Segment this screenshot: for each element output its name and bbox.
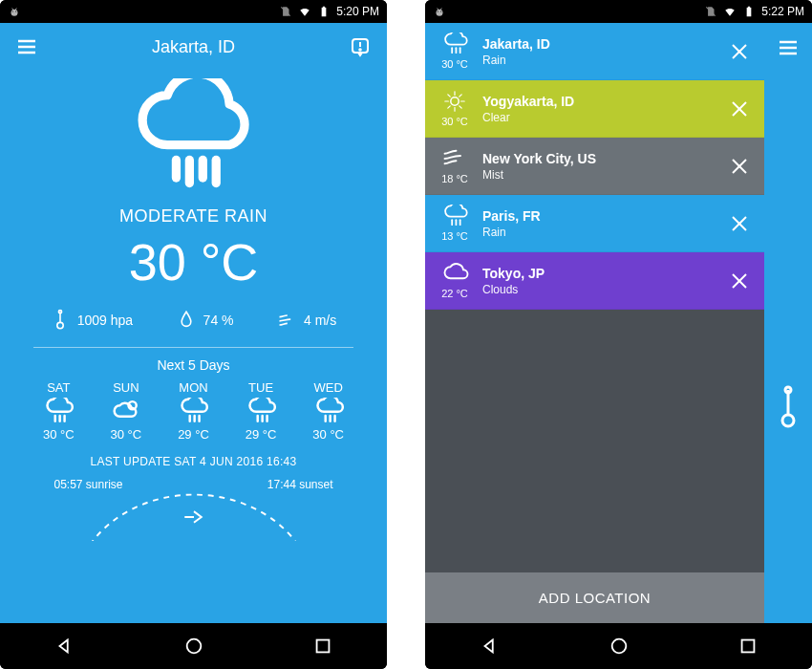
location-text: Yogyakarta, IDClear — [482, 94, 728, 124]
remove-location-icon[interactable] — [728, 97, 751, 120]
location-name: Paris, FR — [482, 208, 728, 224]
recents-icon[interactable] — [737, 636, 759, 657]
remove-location-icon[interactable] — [728, 155, 751, 178]
statusbar: 5:20 PM — [0, 0, 387, 23]
alert-icon[interactable] — [349, 35, 372, 58]
main-content: MODERATE RAIN 30 °C 1009 hpa 74 % 4 m/s — [0, 71, 387, 623]
location-icon-col: 30 °C — [438, 32, 471, 70]
location-text: Paris, FRRain — [482, 208, 728, 239]
forecast-weather-icon — [312, 398, 345, 424]
forecast-day: MON29 °C — [177, 380, 209, 442]
back-icon[interactable] — [480, 636, 501, 657]
svg-rect-43 — [747, 8, 752, 16]
android-navbar — [0, 623, 387, 669]
humidity-value: 74 % — [203, 313, 234, 328]
forecast-weather-icon — [177, 398, 209, 424]
svg-point-75 — [611, 639, 626, 654]
statusbar-time: 5:20 PM — [336, 5, 379, 18]
pressure-stat: 1009 hpa — [51, 309, 133, 332]
svg-line-41 — [440, 9, 441, 11]
forecast-day-label: TUE — [248, 380, 273, 395]
home-icon[interactable] — [183, 636, 204, 657]
sunrise-text: 05:57 sunrise — [54, 478, 123, 491]
location-condition: Clear — [482, 111, 728, 124]
thermometer-icon — [51, 309, 70, 332]
svg-point-73 — [782, 415, 794, 426]
forecast-temp: 30 °C — [43, 427, 75, 442]
location-condition: Mist — [482, 168, 728, 182]
location-row[interactable]: 30 °CYogyakarta, IDClear — [425, 80, 764, 138]
back-icon[interactable] — [54, 636, 75, 657]
location-title: Jakarta, ID — [38, 37, 349, 57]
pressure-value: 1009 hpa — [77, 313, 133, 328]
location-row[interactable]: 22 °CTokyo, JPClouds — [425, 252, 764, 310]
location-row[interactable]: 18 °CNew York City, USMist — [425, 138, 764, 195]
location-temp: 22 °C — [441, 288, 468, 299]
svg-point-35 — [186, 639, 201, 654]
svg-line-40 — [438, 9, 438, 11]
menu-icon[interactable] — [15, 35, 38, 58]
forecast-day: SUN30 °C — [110, 380, 142, 442]
app-header: Jakarta, ID — [0, 23, 387, 71]
android-head-icon — [433, 5, 446, 18]
forecast-day: TUE29 °C — [245, 380, 277, 442]
menu-icon[interactable] — [777, 36, 800, 59]
forecast-day-label: MON — [179, 380, 207, 395]
humidity-stat: 74 % — [177, 309, 234, 332]
wifi-icon — [298, 5, 311, 18]
location-name: Tokyo, JP — [482, 266, 728, 281]
divider — [33, 347, 354, 348]
forecast-temp: 30 °C — [111, 427, 142, 442]
wifi-icon — [723, 5, 737, 18]
add-location-button[interactable]: ADD LOCATION — [425, 572, 764, 623]
location-condition: Rain — [482, 54, 728, 67]
main-screen-peek[interactable] — [764, 23, 812, 623]
no-sim-icon — [279, 5, 292, 18]
locations-list: 30 °CJakarta, IDRain30 °CYogyakarta, IDC… — [425, 23, 764, 572]
svg-rect-44 — [748, 7, 750, 8]
weather-icon — [440, 205, 469, 227]
location-condition: Rain — [482, 226, 728, 239]
thermometer-icon — [775, 384, 801, 432]
location-row[interactable]: 13 °CParis, FRRain — [425, 195, 764, 252]
svg-line-4 — [15, 9, 16, 11]
location-row[interactable]: 30 °CJakarta, IDRain — [425, 23, 764, 80]
forecast-day-label: SAT — [47, 380, 70, 395]
statusbar-time: 5:22 PM — [761, 5, 804, 18]
battery-icon — [317, 5, 331, 18]
stats-row: 1009 hpa 74 % 4 m/s — [19, 309, 368, 332]
location-text: Tokyo, JPClouds — [482, 266, 728, 296]
location-condition: Clouds — [482, 283, 728, 296]
sun-times: 05:57 sunrise 17:44 sunset — [54, 478, 333, 491]
location-temp: 30 °C — [441, 116, 468, 127]
wind-value: 4 m/s — [304, 313, 336, 328]
svg-rect-7 — [323, 7, 325, 8]
location-icon-col: 18 °C — [438, 147, 471, 184]
condition-text: MODERATE RAIN — [119, 206, 267, 227]
svg-point-50 — [451, 97, 459, 105]
android-navbar — [425, 623, 812, 669]
svg-rect-36 — [316, 640, 329, 653]
forecast-heading: Next 5 Days — [157, 357, 229, 373]
svg-line-3 — [12, 9, 13, 11]
remove-location-icon[interactable] — [728, 212, 751, 235]
droplet-icon — [177, 309, 196, 332]
forecast-day: WED30 °C — [312, 380, 345, 442]
wind-stat: 4 m/s — [277, 309, 336, 332]
recents-icon[interactable] — [312, 636, 333, 657]
svg-rect-6 — [322, 8, 327, 16]
forecast-weather-icon — [245, 398, 277, 424]
weather-icon — [440, 262, 469, 285]
forecast-temp: 30 °C — [312, 427, 344, 442]
forecast-weather-icon — [110, 398, 142, 424]
svg-line-57 — [459, 95, 461, 97]
forecast-temp: 29 °C — [178, 427, 209, 442]
location-temp: 30 °C — [441, 58, 468, 70]
location-name: Jakarta, ID — [482, 36, 728, 52]
svg-point-0 — [11, 10, 18, 16]
remove-location-icon[interactable] — [728, 270, 751, 292]
home-icon[interactable] — [609, 636, 630, 657]
forecast-day-label: WED — [314, 380, 343, 395]
remove-location-icon[interactable] — [728, 40, 751, 63]
forecast-temp: 29 °C — [246, 427, 277, 442]
